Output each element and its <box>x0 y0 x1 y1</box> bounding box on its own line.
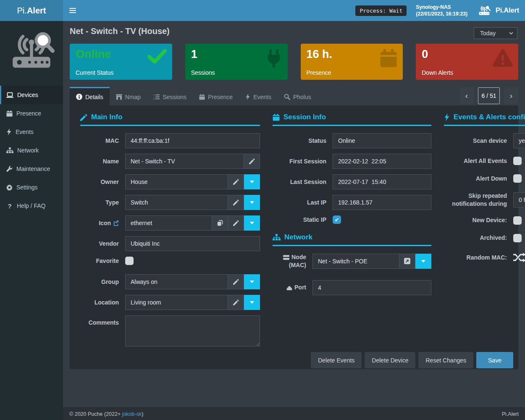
tab-sessions[interactable]: 12 Sessions <box>147 87 193 105</box>
edit-group-button[interactable] <box>228 274 244 289</box>
last-session-input[interactable] <box>333 174 431 189</box>
edit-owner-button[interactable] <box>228 174 244 189</box>
gear-icon <box>6 184 13 191</box>
group-label: Group <box>80 278 119 286</box>
group-input[interactable] <box>125 274 228 289</box>
location-dropdown-button[interactable] <box>244 295 260 310</box>
node-dropdown-button[interactable] <box>415 254 431 269</box>
events-config-header: Events & Alerts config <box>444 113 525 126</box>
owner-input[interactable] <box>125 174 228 189</box>
jokob-sk-link[interactable]: jokob-sk <box>122 411 142 417</box>
last-ip-label: Last IP <box>273 199 326 207</box>
first-session-input[interactable] <box>333 154 431 169</box>
sitemap-icon <box>6 147 13 153</box>
next-device-button[interactable]: › <box>504 87 518 104</box>
calendar-icon <box>6 110 13 117</box>
navbar: Process: Wait Synology-NAS (22/01/2023, … <box>63 0 525 21</box>
sidebar-item-label: Events <box>16 129 34 135</box>
owner-dropdown-button[interactable] <box>244 174 260 189</box>
alert-down-checkbox[interactable] <box>513 174 522 183</box>
icon-dropdown-button[interactable] <box>244 215 260 231</box>
node-mac-input[interactable] <box>312 254 399 269</box>
vendor-input[interactable] <box>125 236 260 251</box>
edit-name-button[interactable] <box>244 154 260 169</box>
sidebar-item-label: Maintenance <box>16 165 50 172</box>
sidebar-item-network[interactable]: Network <box>0 141 63 160</box>
type-dropdown-button[interactable] <box>244 195 260 210</box>
pencil-icon <box>233 279 239 285</box>
status-input[interactable] <box>333 133 431 148</box>
port-label: Port <box>273 284 306 291</box>
location-input[interactable] <box>125 295 228 310</box>
tab-label: Events <box>253 94 271 100</box>
card-sessions: 1 Sessions <box>185 44 288 80</box>
edit-icon-button[interactable] <box>228 215 244 231</box>
navbar-right: Process: Wait Synology-NAS (22/01/2023, … <box>355 4 519 17</box>
sidebar-item-devices[interactable]: Devices <box>0 86 63 104</box>
process-status-badge: Process: Wait <box>355 5 407 16</box>
card-current-status: Online Current Status <box>70 44 172 80</box>
tab-nmap[interactable]: Nmap <box>110 87 147 105</box>
skip-notifications-select[interactable] <box>513 192 525 207</box>
period-select-value: Today <box>480 30 496 37</box>
group-dropdown-button[interactable] <box>244 274 260 289</box>
tab-presence[interactable]: Presence <box>193 87 239 105</box>
sidebar-item-presence[interactable]: Presence <box>0 104 63 123</box>
type-input[interactable] <box>125 195 228 210</box>
caret-down-icon <box>250 281 254 283</box>
sidebar-item-settings[interactable]: Settings <box>0 178 63 197</box>
new-device-checkbox[interactable] <box>513 216 522 225</box>
search-icon <box>284 94 290 100</box>
prev-device-button[interactable]: ‹ <box>459 87 474 104</box>
external-link-icon[interactable] <box>113 220 119 226</box>
edit-type-button[interactable] <box>228 195 244 210</box>
favorite-checkbox[interactable] <box>125 257 134 265</box>
host-info: Synology-NAS (22/01/2023, 16:19:23) <box>416 4 467 17</box>
reset-changes-button[interactable]: Reset Changes <box>418 352 473 368</box>
app-logo[interactable]: Pi.Alert <box>0 0 63 21</box>
comments-textarea[interactable] <box>125 315 260 346</box>
alert-all-events-checkbox[interactable] <box>513 157 522 165</box>
last-ip-input[interactable] <box>333 195 431 210</box>
copy-icon-button[interactable] <box>212 215 228 231</box>
favorite-label: Favorite <box>80 257 119 265</box>
name-input[interactable] <box>125 154 244 169</box>
delete-device-button[interactable]: Delete Device <box>365 352 415 368</box>
server-icon <box>283 255 289 260</box>
pencil-icon <box>233 299 239 305</box>
period-select[interactable]: Today <box>474 27 517 39</box>
sidebar-item-label: Devices <box>17 92 38 98</box>
host-timestamp: (22/01/2023, 16:19:23) <box>416 10 467 17</box>
mac-input[interactable] <box>125 133 260 148</box>
bolt-icon <box>6 129 12 135</box>
tab-details[interactable]: Details <box>70 87 110 105</box>
pialert-logo <box>0 21 63 83</box>
port-input[interactable] <box>312 280 431 295</box>
icon-input[interactable] <box>125 215 212 231</box>
scan-device-label: Scan device <box>444 137 507 145</box>
name-label: Name <box>80 158 119 165</box>
menu-toggle-button[interactable] <box>63 0 82 21</box>
archived-checkbox[interactable] <box>513 234 522 242</box>
sidebar-item-help[interactable]: ? Help / FAQ <box>0 197 63 215</box>
section-title: Events & Alerts config <box>454 113 525 121</box>
delete-events-button[interactable]: Delete Events <box>311 352 362 368</box>
edit-location-button[interactable] <box>228 295 244 310</box>
topbar-app-brand: Pi.Alert <box>477 5 519 16</box>
save-button[interactable]: Save <box>476 352 513 368</box>
router-scan-icon <box>477 5 492 16</box>
sidebar-menu: Devices Presence Events Network Maintena… <box>0 86 63 215</box>
caret-down-icon <box>250 222 254 224</box>
archived-label: Archived: <box>444 234 507 242</box>
static-ip-checkbox[interactable]: ✔ <box>333 215 341 224</box>
calendar-icon <box>199 94 205 100</box>
sidebar-item-maintenance[interactable]: Maintenance <box>0 160 63 178</box>
tab-events[interactable]: Events <box>239 87 278 105</box>
open-node-button[interactable] <box>399 254 415 269</box>
tab-pholus[interactable]: Pholus <box>278 87 318 105</box>
card-label: Sessions <box>191 69 215 76</box>
scan-device-select[interactable] <box>513 133 525 148</box>
sidebar-item-label: Help / FAQ <box>17 202 45 209</box>
pencil-icon <box>249 158 255 164</box>
sidebar-item-events[interactable]: Events <box>0 123 63 141</box>
